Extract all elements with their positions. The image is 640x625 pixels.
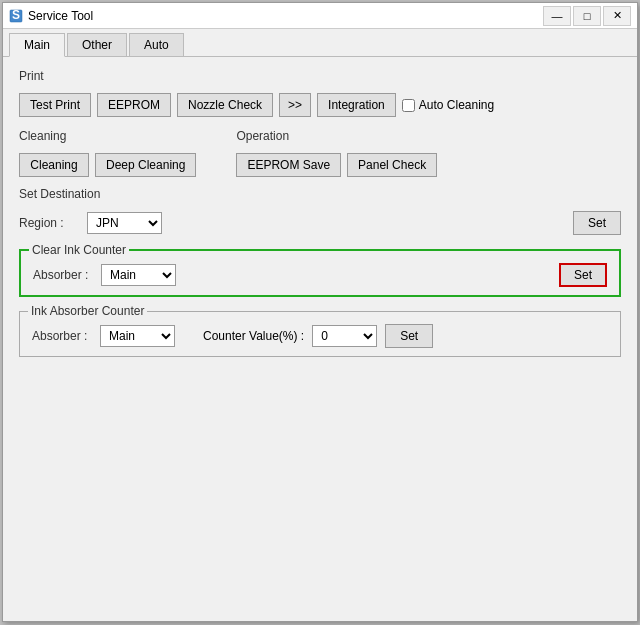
svg-text:S: S [12, 9, 20, 22]
test-print-button[interactable]: Test Print [19, 93, 91, 117]
title-text: Service Tool [28, 9, 93, 23]
clear-absorber-label: Absorber : [33, 268, 93, 282]
integration-button[interactable]: Integration [317, 93, 396, 117]
auto-cleaning-label: Auto Cleaning [419, 98, 494, 112]
clear-ink-counter-row: Absorber : Main Sub Set [33, 263, 607, 287]
clear-ink-counter-set-button[interactable]: Set [559, 263, 607, 287]
set-destination-section: Set Destination Region : JPN USA EUR Set [19, 187, 621, 235]
absorber2-select[interactable]: Main Sub [100, 325, 175, 347]
tab-auto[interactable]: Auto [129, 33, 184, 56]
operation-buttons: EEPROM Save Panel Check [236, 153, 437, 177]
ink-absorber-counter-row: Absorber : Main Sub Counter Value(%) : 0… [32, 324, 608, 348]
title-left: S Service Tool [9, 9, 93, 23]
cleaning-label: Cleaning [19, 129, 196, 143]
nozzle-check-button[interactable]: Nozzle Check [177, 93, 273, 117]
print-row: Test Print EEPROM Nozzle Check >> Integr… [19, 93, 621, 117]
title-bar: S Service Tool — □ ✕ [3, 3, 637, 29]
ink-absorber-counter-section: Ink Absorber Counter Absorber : Main Sub… [19, 311, 621, 357]
operation-label: Operation [236, 129, 437, 143]
region-select[interactable]: JPN USA EUR [87, 212, 162, 234]
cleaning-buttons: Cleaning Deep Cleaning [19, 153, 196, 177]
region-label: Region : [19, 216, 79, 230]
tab-other[interactable]: Other [67, 33, 127, 56]
close-button[interactable]: ✕ [603, 6, 631, 26]
set-destination-row: Region : JPN USA EUR Set [19, 211, 621, 235]
deep-cleaning-button[interactable]: Deep Cleaning [95, 153, 196, 177]
eeprom-save-button[interactable]: EEPROM Save [236, 153, 341, 177]
clear-absorber-select[interactable]: Main Sub [101, 264, 176, 286]
panel-check-button[interactable]: Panel Check [347, 153, 437, 177]
auto-cleaning-checkbox[interactable] [402, 99, 415, 112]
main-window: S Service Tool — □ ✕ Main Other Auto Pri… [2, 2, 638, 622]
tabs-bar: Main Other Auto [3, 29, 637, 57]
maximize-button[interactable]: □ [573, 6, 601, 26]
absorber2-label: Absorber : [32, 329, 92, 343]
app-icon: S [9, 9, 23, 23]
operation-col: Operation EEPROM Save Panel Check [236, 129, 437, 177]
ink-absorber-set-button[interactable]: Set [385, 324, 433, 348]
counter-value-select[interactable]: 0 10 20 50 100 [312, 325, 377, 347]
minimize-button[interactable]: — [543, 6, 571, 26]
title-controls: — □ ✕ [543, 6, 631, 26]
print-section: Print Test Print EEPROM Nozzle Check >> … [19, 69, 621, 117]
arrow-button[interactable]: >> [279, 93, 311, 117]
tab-main[interactable]: Main [9, 33, 65, 57]
set-destination-button[interactable]: Set [573, 211, 621, 235]
set-destination-label: Set Destination [19, 187, 621, 201]
clear-ink-counter-section: Clear Ink Counter Absorber : Main Sub Se… [19, 249, 621, 297]
clear-ink-counter-legend: Clear Ink Counter [29, 243, 129, 257]
counter-value-label: Counter Value(%) : [203, 329, 304, 343]
ink-absorber-counter-legend: Ink Absorber Counter [28, 304, 147, 318]
cleaning-button[interactable]: Cleaning [19, 153, 89, 177]
print-label: Print [19, 69, 621, 83]
cleaning-col: Cleaning Cleaning Deep Cleaning [19, 129, 196, 177]
eeprom-button[interactable]: EEPROM [97, 93, 171, 117]
cleaning-operation-row: Cleaning Cleaning Deep Cleaning Operatio… [19, 129, 621, 177]
main-content: Print Test Print EEPROM Nozzle Check >> … [3, 57, 637, 621]
auto-cleaning-row: Auto Cleaning [402, 98, 494, 112]
